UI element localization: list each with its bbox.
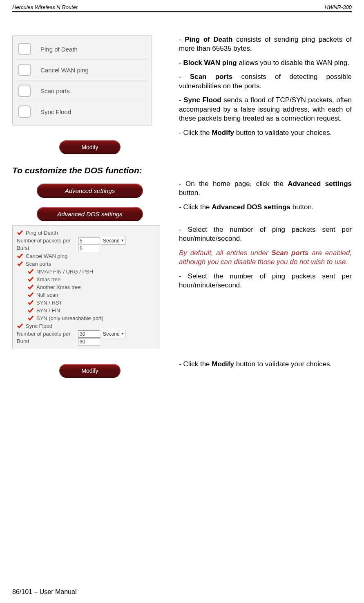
check-icon [17,323,23,329]
paragraph: - Click the Modify button to validate yo… [179,128,352,137]
num-label: Number of packets per [17,331,76,337]
list-item-label: Scan ports [26,261,51,267]
check-icon [27,269,34,274]
check-icon [27,276,34,282]
panel-row[interactable]: Cancel WAN ping [17,60,147,81]
list-item-label: Cancel WAN ping [26,253,67,259]
list-item-label: Sync Flood [26,323,52,329]
burst-label: Burst [17,245,76,252]
list-item-label: Ping of Death [26,230,58,236]
paragraph: - Sync Flood sends a flood of TCP/SYN pa… [179,96,352,123]
panel-row-label: Ping of Death [40,46,78,53]
list-item-label: Xmas tree [36,276,60,282]
panel-row-label: Sync Flood [40,108,71,115]
list-item-label: Another Xmas tree [36,284,80,290]
section-heading: To customize the DOS function: [12,166,352,175]
list-item[interactable]: SYN (only unreachable port) [17,314,156,322]
advanced-settings-button[interactable]: Advanced settings [37,184,143,198]
packets-input[interactable] [78,237,100,244]
paragraph: - Ping of Death consists of sending ping… [179,35,352,54]
header-left: Hercules Wireless N Router [12,4,78,10]
paragraph: - Click the Modify button to validate yo… [179,360,352,369]
burst-row: Burst [17,338,156,345]
paragraph: By default, all entries under Scan ports… [179,249,352,267]
modify-button[interactable]: Modify [59,364,121,378]
list-item-label: NMAP FIN / URG / PSH [36,269,93,275]
list-item-label: SYN / FIN [36,307,60,314]
burst-label: Burst [17,338,76,345]
burst-input[interactable] [78,245,100,252]
list-item[interactable]: Another Xmas tree [17,283,156,291]
checkbox-icon[interactable] [18,64,31,76]
list-item[interactable]: Null scan [17,291,156,299]
packets-per-row: Number of packets per Second [17,237,156,245]
panel-row[interactable]: Ping of Death [17,39,147,60]
panel-row-label: Cancel WAN ping [40,67,89,74]
time-unit-select[interactable]: Second [101,237,125,245]
modify-button[interactable]: Modify [59,140,121,154]
burst-input[interactable] [78,338,100,345]
check-icon [27,300,34,305]
paragraph: - Block WAN ping allows you to disable t… [179,58,352,67]
list-item[interactable]: Scan ports [17,260,156,268]
panel-row-label: Scan ports [40,87,70,94]
list-item[interactable]: Xmas tree [17,276,156,283]
panel-row[interactable]: Scan ports [17,81,147,101]
list-item[interactable]: Cancel WAN ping [17,252,156,260]
page-header: Hercules Wireless N Router HWNR-300 [12,4,352,12]
paragraph: - Click the Advanced DOS settings button… [179,203,352,212]
list-item-label: SYN (only unreachable port) [36,315,103,321]
check-icon [17,253,23,259]
header-right: HWNR-300 [325,4,352,10]
check-icon [17,261,23,267]
check-icon [27,292,34,298]
num-label: Number of packets per [17,238,76,244]
advanced-dos-settings-button[interactable]: Advanced DOS settings [37,207,143,221]
check-icon [27,307,34,313]
panel-row[interactable]: Sync Flood [17,101,147,122]
paragraph: - Scan ports consists of detecting possi… [179,72,352,91]
list-item[interactable]: SYN / RST [17,299,156,307]
paragraph: - Select the number of ping packets sent… [179,272,352,290]
page-footer: 86/101 – User Manual [12,588,76,596]
packets-input[interactable] [78,330,100,338]
list-item[interactable]: SYN / FIN [17,307,156,314]
header-rule [12,13,352,13]
check-icon [27,284,34,290]
burst-row: Burst [17,245,156,252]
check-icon [27,315,34,321]
paragraph: - Select the number of ping packets sent… [179,225,352,244]
list-item[interactable]: Ping of Death [17,229,156,237]
packets-per-row: Number of packets per Second [17,330,156,338]
checkbox-icon[interactable] [18,43,31,55]
list-item-label: Null scan [36,292,58,298]
list-item[interactable]: Sync Flood [17,322,156,330]
checkbox-icon[interactable] [18,85,31,97]
time-unit-select[interactable]: Second [101,330,125,338]
paragraph: - On the home page, click the Advanced s… [179,179,352,198]
list-item[interactable]: NMAP FIN / URG / PSH [17,268,156,276]
checkbox-icon[interactable] [18,105,31,118]
list-item-label: SYN / RST [36,300,63,306]
check-icon [17,230,23,235]
firewall-options-panel: Ping of Death Cancel WAN ping Scan ports… [12,35,152,126]
dos-settings-panel: Ping of Death Number of packets per Seco… [12,225,160,349]
